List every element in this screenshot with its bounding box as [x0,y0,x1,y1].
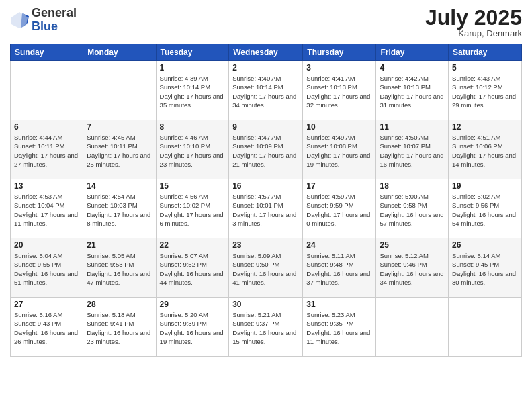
calendar-cell: 29Sunrise: 5:20 AM Sunset: 9:39 PM Dayli… [156,298,229,357]
day-number: 11 [380,122,445,132]
day-number: 7 [87,122,152,132]
calendar-table: SundayMondayTuesdayWednesdayThursdayFrid… [10,44,522,357]
month-title: July 2025 [425,7,522,28]
day-info: Sunrise: 5:12 AM Sunset: 9:46 PM Dayligh… [380,251,445,287]
calendar-cell [11,61,83,120]
day-info: Sunrise: 5:04 AM Sunset: 9:55 PM Dayligh… [14,251,79,287]
day-info: Sunrise: 4:50 AM Sunset: 10:07 PM Daylig… [380,133,445,169]
day-info: Sunrise: 4:44 AM Sunset: 10:11 PM Daylig… [14,133,79,169]
day-number: 5 [452,63,518,73]
calendar-cell: 6Sunrise: 4:44 AM Sunset: 10:11 PM Dayli… [11,120,83,179]
day-info: Sunrise: 5:23 AM Sunset: 9:35 PM Dayligh… [306,310,372,346]
week-row-5: 27Sunrise: 5:16 AM Sunset: 9:43 PM Dayli… [11,298,522,357]
logo: General Blue [10,7,77,34]
day-info: Sunrise: 4:59 AM Sunset: 9:59 PM Dayligh… [306,192,372,228]
day-number: 12 [452,122,518,132]
day-info: Sunrise: 4:57 AM Sunset: 10:01 PM Daylig… [232,192,299,228]
day-number: 29 [160,300,226,309]
location: Karup, Denmark [425,28,522,38]
day-info: Sunrise: 4:42 AM Sunset: 10:13 PM Daylig… [380,74,445,109]
day-number: 27 [14,300,79,309]
col-header-saturday: Saturday [449,44,522,61]
day-info: Sunrise: 4:51 AM Sunset: 10:06 PM Daylig… [452,133,518,169]
calendar-cell [83,61,156,120]
calendar-cell: 14Sunrise: 4:54 AM Sunset: 10:03 PM Dayl… [83,179,156,238]
day-info: Sunrise: 4:49 AM Sunset: 10:08 PM Daylig… [306,133,372,169]
day-number: 18 [380,181,445,191]
col-header-thursday: Thursday [303,44,376,61]
week-row-2: 6Sunrise: 4:44 AM Sunset: 10:11 PM Dayli… [11,120,522,179]
day-info: Sunrise: 5:05 AM Sunset: 9:53 PM Dayligh… [87,251,152,287]
day-info: Sunrise: 4:54 AM Sunset: 10:03 PM Daylig… [87,192,152,228]
day-number: 22 [160,240,226,250]
day-number: 2 [232,63,299,73]
day-number: 9 [232,122,299,132]
day-info: Sunrise: 4:40 AM Sunset: 10:14 PM Daylig… [232,74,299,109]
logo-text: General Blue [32,7,77,34]
day-info: Sunrise: 4:41 AM Sunset: 10:13 PM Daylig… [306,74,372,109]
calendar-cell [376,298,449,357]
calendar-cell: 23Sunrise: 5:09 AM Sunset: 9:50 PM Dayli… [229,238,303,298]
logo-general-text: General [32,6,77,19]
day-number: 8 [160,122,226,132]
week-row-4: 20Sunrise: 5:04 AM Sunset: 9:55 PM Dayli… [11,238,522,298]
calendar-cell: 7Sunrise: 4:45 AM Sunset: 10:11 PM Dayli… [83,120,156,179]
day-info: Sunrise: 5:20 AM Sunset: 9:39 PM Dayligh… [160,310,226,346]
week-row-1: 1Sunrise: 4:39 AM Sunset: 10:14 PM Dayli… [11,61,522,120]
calendar-cell: 15Sunrise: 4:56 AM Sunset: 10:02 PM Dayl… [156,179,229,238]
day-number: 15 [160,181,226,191]
day-info: Sunrise: 5:14 AM Sunset: 9:45 PM Dayligh… [452,251,518,287]
day-number: 26 [452,240,518,250]
day-number: 4 [380,63,445,73]
day-info: Sunrise: 5:18 AM Sunset: 9:41 PM Dayligh… [87,310,152,346]
calendar-cell: 17Sunrise: 4:59 AM Sunset: 9:59 PM Dayli… [303,179,376,238]
day-number: 30 [232,300,299,309]
calendar-cell: 19Sunrise: 5:02 AM Sunset: 9:56 PM Dayli… [449,179,522,238]
calendar-cell: 18Sunrise: 5:00 AM Sunset: 9:58 PM Dayli… [376,179,449,238]
day-info: Sunrise: 5:09 AM Sunset: 9:50 PM Dayligh… [232,251,299,287]
calendar-cell: 25Sunrise: 5:12 AM Sunset: 9:46 PM Dayli… [376,238,449,298]
day-number: 23 [232,240,299,250]
day-info: Sunrise: 4:39 AM Sunset: 10:14 PM Daylig… [160,74,226,109]
page: General Blue July 2025 Karup, Denmark Su… [0,0,532,411]
day-number: 10 [306,122,372,132]
day-info: Sunrise: 4:45 AM Sunset: 10:11 PM Daylig… [87,133,152,169]
day-number: 25 [380,240,445,250]
calendar-cell [449,298,522,357]
week-row-3: 13Sunrise: 4:53 AM Sunset: 10:04 PM Dayl… [11,179,522,238]
day-info: Sunrise: 4:56 AM Sunset: 10:02 PM Daylig… [160,192,226,228]
day-number: 1 [160,63,226,73]
day-info: Sunrise: 4:46 AM Sunset: 10:10 PM Daylig… [160,133,226,169]
calendar-cell: 21Sunrise: 5:05 AM Sunset: 9:53 PM Dayli… [83,238,156,298]
day-info: Sunrise: 5:02 AM Sunset: 9:56 PM Dayligh… [452,192,518,228]
day-info: Sunrise: 5:16 AM Sunset: 9:43 PM Dayligh… [14,310,79,346]
day-info: Sunrise: 4:47 AM Sunset: 10:09 PM Daylig… [232,133,299,169]
calendar-cell: 8Sunrise: 4:46 AM Sunset: 10:10 PM Dayli… [156,120,229,179]
calendar-cell: 1Sunrise: 4:39 AM Sunset: 10:14 PM Dayli… [156,61,229,120]
day-number: 28 [87,300,152,309]
day-info: Sunrise: 5:21 AM Sunset: 9:37 PM Dayligh… [232,310,299,346]
col-header-friday: Friday [376,44,449,61]
calendar-header-row: SundayMondayTuesdayWednesdayThursdayFrid… [11,44,522,61]
col-header-sunday: Sunday [11,44,83,61]
day-number: 21 [87,240,152,250]
calendar-cell: 26Sunrise: 5:14 AM Sunset: 9:45 PM Dayli… [449,238,522,298]
day-info: Sunrise: 5:07 AM Sunset: 9:52 PM Dayligh… [160,251,226,287]
calendar-cell: 3Sunrise: 4:41 AM Sunset: 10:13 PM Dayli… [303,61,376,120]
calendar-cell: 5Sunrise: 4:43 AM Sunset: 10:12 PM Dayli… [449,61,522,120]
day-number: 16 [232,181,299,191]
col-header-monday: Monday [83,44,156,61]
day-number: 14 [87,181,152,191]
day-number: 3 [306,63,372,73]
calendar-cell: 20Sunrise: 5:04 AM Sunset: 9:55 PM Dayli… [11,238,83,298]
logo-blue-text: Blue [32,19,58,33]
calendar-cell: 10Sunrise: 4:49 AM Sunset: 10:08 PM Dayl… [303,120,376,179]
day-number: 6 [14,122,79,132]
day-info: Sunrise: 4:43 AM Sunset: 10:12 PM Daylig… [452,74,518,109]
day-info: Sunrise: 5:11 AM Sunset: 9:48 PM Dayligh… [306,251,372,287]
day-number: 31 [306,300,372,309]
calendar-cell: 12Sunrise: 4:51 AM Sunset: 10:06 PM Dayl… [449,120,522,179]
calendar-cell: 31Sunrise: 5:23 AM Sunset: 9:35 PM Dayli… [303,298,376,357]
day-number: 17 [306,181,372,191]
calendar-cell: 16Sunrise: 4:57 AM Sunset: 10:01 PM Dayl… [229,179,303,238]
